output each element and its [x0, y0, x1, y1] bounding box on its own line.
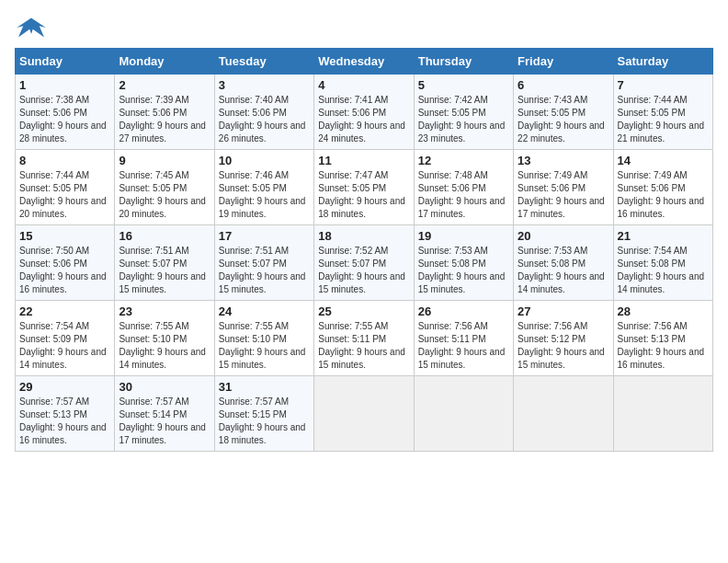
day-info: Sunrise: 7:48 AM Sunset: 5:06 PM Dayligh… — [418, 169, 509, 221]
daylight-label: Daylight: 9 hours and 14 minutes. — [618, 271, 705, 294]
day-number: 3 — [219, 78, 310, 92]
sunrise-label: Sunrise: 7:46 AM — [219, 170, 289, 180]
sunset-label: Sunset: 5:05 PM — [618, 108, 686, 118]
daylight-label: Daylight: 9 hours and 18 minutes. — [318, 196, 405, 219]
daylight-label: Daylight: 9 hours and 14 minutes. — [119, 347, 206, 370]
sunset-label: Sunset: 5:07 PM — [119, 259, 187, 269]
day-header-friday: Friday — [514, 49, 613, 75]
day-number: 11 — [318, 154, 409, 167]
calendar-cell — [613, 376, 712, 452]
sunrise-label: Sunrise: 7:57 AM — [219, 396, 289, 407]
calendar-cell — [414, 376, 513, 452]
sunrise-label: Sunrise: 7:40 AM — [219, 95, 289, 105]
sunset-label: Sunset: 5:13 PM — [19, 409, 87, 419]
daylight-label: Daylight: 9 hours and 14 minutes. — [19, 347, 107, 370]
sunrise-label: Sunrise: 7:43 AM — [518, 95, 587, 105]
calendar-week-row: 8 Sunrise: 7:44 AM Sunset: 5:05 PM Dayli… — [16, 150, 713, 225]
sunset-label: Sunset: 5:06 PM — [418, 183, 486, 193]
calendar-week-row: 1 Sunrise: 7:38 AM Sunset: 5:06 PM Dayli… — [16, 75, 713, 150]
sunset-label: Sunset: 5:06 PM — [219, 108, 287, 118]
day-info: Sunrise: 7:41 AM Sunset: 5:06 PM Dayligh… — [318, 94, 409, 145]
calendar-cell: 9 Sunrise: 7:45 AM Sunset: 5:05 PM Dayli… — [115, 150, 214, 225]
day-info: Sunrise: 7:38 AM Sunset: 5:06 PM Dayligh… — [19, 94, 110, 145]
day-info: Sunrise: 7:56 AM Sunset: 5:13 PM Dayligh… — [618, 320, 709, 372]
calendar-cell: 20 Sunrise: 7:53 AM Sunset: 5:08 PM Dayl… — [514, 225, 613, 301]
sunset-label: Sunset: 5:10 PM — [119, 334, 187, 344]
day-header-wednesday: Wednesday — [314, 49, 414, 75]
sunrise-label: Sunrise: 7:48 AM — [418, 170, 488, 180]
day-header-thursday: Thursday — [414, 49, 513, 75]
sunset-label: Sunset: 5:11 PM — [318, 334, 386, 344]
day-number: 21 — [618, 229, 709, 243]
day-info: Sunrise: 7:40 AM Sunset: 5:06 PM Dayligh… — [219, 94, 310, 145]
daylight-label: Daylight: 9 hours and 26 minutes. — [219, 121, 306, 144]
sunrise-label: Sunrise: 7:49 AM — [518, 170, 587, 180]
sunrise-label: Sunrise: 7:55 AM — [318, 321, 388, 331]
sunrise-label: Sunrise: 7:45 AM — [119, 170, 188, 180]
day-number: 17 — [219, 229, 310, 243]
calendar-cell: 25 Sunrise: 7:55 AM Sunset: 5:11 PM Dayl… — [314, 301, 414, 376]
calendar-table: SundayMondayTuesdayWednesdayThursdayFrid… — [15, 48, 713, 452]
calendar-body: 1 Sunrise: 7:38 AM Sunset: 5:06 PM Dayli… — [16, 75, 713, 452]
sunrise-label: Sunrise: 7:41 AM — [318, 95, 388, 105]
sunrise-label: Sunrise: 7:47 AM — [318, 170, 388, 180]
day-number: 29 — [19, 380, 110, 394]
day-info: Sunrise: 7:57 AM Sunset: 5:15 PM Dayligh… — [219, 396, 310, 447]
day-info: Sunrise: 7:43 AM Sunset: 5:05 PM Dayligh… — [518, 94, 609, 145]
sunrise-label: Sunrise: 7:39 AM — [119, 95, 188, 105]
calendar-cell: 26 Sunrise: 7:56 AM Sunset: 5:11 PM Dayl… — [414, 301, 513, 376]
day-info: Sunrise: 7:49 AM Sunset: 5:06 PM Dayligh… — [518, 169, 609, 221]
day-number: 9 — [119, 154, 210, 167]
sunset-label: Sunset: 5:12 PM — [518, 334, 586, 344]
sunset-label: Sunset: 5:13 PM — [618, 334, 686, 344]
day-info: Sunrise: 7:51 AM Sunset: 5:07 PM Dayligh… — [119, 245, 210, 296]
day-header-tuesday: Tuesday — [214, 49, 313, 75]
day-info: Sunrise: 7:54 AM Sunset: 5:08 PM Dayligh… — [618, 245, 709, 296]
calendar-cell: 12 Sunrise: 7:48 AM Sunset: 5:06 PM Dayl… — [414, 150, 513, 225]
sunset-label: Sunset: 5:05 PM — [318, 183, 386, 193]
day-number: 4 — [318, 78, 409, 92]
daylight-label: Daylight: 9 hours and 17 minutes. — [418, 196, 506, 219]
sunset-label: Sunset: 5:06 PM — [119, 108, 187, 118]
sunset-label: Sunset: 5:11 PM — [418, 334, 486, 344]
day-number: 27 — [518, 304, 609, 318]
day-info: Sunrise: 7:55 AM Sunset: 5:11 PM Dayligh… — [318, 320, 409, 372]
sunset-label: Sunset: 5:09 PM — [19, 334, 87, 344]
sunrise-label: Sunrise: 7:44 AM — [19, 170, 89, 180]
day-info: Sunrise: 7:56 AM Sunset: 5:11 PM Dayligh… — [418, 320, 509, 372]
sunset-label: Sunset: 5:07 PM — [318, 259, 386, 269]
sunrise-label: Sunrise: 7:54 AM — [618, 246, 688, 256]
daylight-label: Daylight: 9 hours and 28 minutes. — [19, 121, 107, 144]
sunset-label: Sunset: 5:10 PM — [219, 334, 287, 344]
calendar-cell: 2 Sunrise: 7:39 AM Sunset: 5:06 PM Dayli… — [115, 75, 214, 150]
calendar-cell: 14 Sunrise: 7:49 AM Sunset: 5:06 PM Dayl… — [613, 150, 712, 225]
sunset-label: Sunset: 5:06 PM — [19, 108, 87, 118]
daylight-label: Daylight: 9 hours and 15 minutes. — [418, 271, 506, 294]
day-number: 23 — [119, 304, 210, 318]
sunrise-label: Sunrise: 7:50 AM — [19, 246, 89, 256]
daylight-label: Daylight: 9 hours and 15 minutes. — [418, 347, 506, 370]
daylight-label: Daylight: 9 hours and 23 minutes. — [418, 121, 506, 144]
day-number: 22 — [19, 304, 110, 318]
sunrise-label: Sunrise: 7:57 AM — [19, 396, 89, 407]
calendar-cell — [514, 376, 613, 452]
daylight-label: Daylight: 9 hours and 17 minutes. — [119, 422, 206, 445]
daylight-label: Daylight: 9 hours and 22 minutes. — [518, 121, 605, 144]
day-header-sunday: Sunday — [16, 49, 115, 75]
sunset-label: Sunset: 5:14 PM — [119, 409, 187, 419]
sunrise-label: Sunrise: 7:56 AM — [518, 321, 587, 331]
day-number: 2 — [119, 78, 210, 92]
calendar-cell: 8 Sunrise: 7:44 AM Sunset: 5:05 PM Dayli… — [16, 150, 115, 225]
calendar-cell: 1 Sunrise: 7:38 AM Sunset: 5:06 PM Dayli… — [16, 75, 115, 150]
day-number: 16 — [119, 229, 210, 243]
sunrise-label: Sunrise: 7:53 AM — [418, 246, 488, 256]
daylight-label: Daylight: 9 hours and 15 minutes. — [318, 271, 405, 294]
calendar-cell: 22 Sunrise: 7:54 AM Sunset: 5:09 PM Dayl… — [16, 301, 115, 376]
calendar-cell: 28 Sunrise: 7:56 AM Sunset: 5:13 PM Dayl… — [613, 301, 712, 376]
sunrise-label: Sunrise: 7:42 AM — [418, 95, 488, 105]
calendar-cell: 18 Sunrise: 7:52 AM Sunset: 5:07 PM Dayl… — [314, 225, 414, 301]
calendar-cell: 29 Sunrise: 7:57 AM Sunset: 5:13 PM Dayl… — [16, 376, 115, 452]
day-number: 14 — [618, 154, 709, 167]
day-header-saturday: Saturday — [613, 49, 712, 75]
sunrise-label: Sunrise: 7:51 AM — [219, 246, 289, 256]
